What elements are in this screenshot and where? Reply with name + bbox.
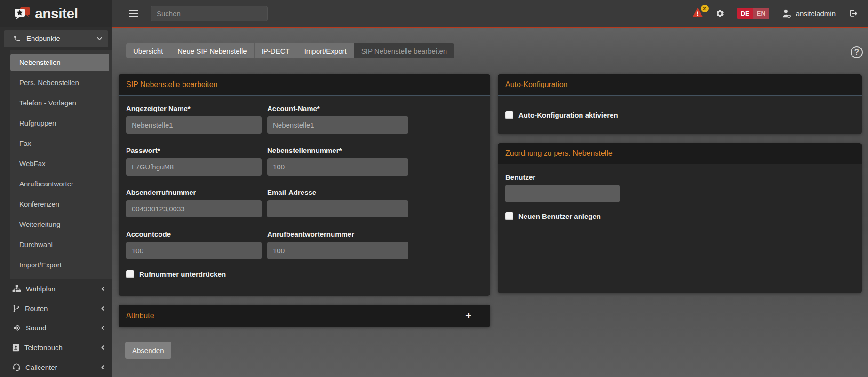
field-passwort: Passwort*: [126, 146, 262, 176]
sidebar-item-label: Telefonbuch: [24, 344, 100, 352]
checkbox-label: Neuen Benutzer anlegen: [518, 212, 601, 220]
topbar: 2 DE EN ansiteladmin: [112, 0, 868, 27]
panel-title: SIP Nebenstelle bearbeiten: [126, 80, 218, 89]
help-icon[interactable]: ?: [851, 46, 863, 58]
tab-label: Übersicht: [133, 47, 163, 55]
submit-button[interactable]: Absenden: [125, 342, 171, 359]
sidebar-submenu: Nebenstellen Pers. Nebenstellen Telefon …: [10, 50, 112, 279]
sidebar-item-telefon-vorlagen[interactable]: Telefon - Vorlagen: [10, 94, 109, 112]
chevron-left-icon: [100, 305, 105, 312]
account-name-input[interactable]: [267, 116, 408, 134]
anrufbeantworternummer-input[interactable]: [267, 242, 408, 259]
field-label: Anrufbeantworternummer: [267, 230, 408, 238]
sidebar-item-label: Callcenter: [25, 363, 100, 371]
panel-title: Auto-Konfiguration: [505, 80, 568, 89]
chevron-down-icon: [96, 35, 103, 41]
sip-edit-form: Angezeigter Name* Account-Name* Passwort…: [119, 96, 490, 272]
language-switch: DE EN: [737, 8, 769, 19]
field-label: Angezeigter Name*: [126, 104, 262, 112]
rufnummer-unterdruecken-checkbox[interactable]: [126, 270, 134, 278]
sidebar-section-endpunkte[interactable]: Endpunkte: [4, 30, 108, 47]
language-en-button[interactable]: EN: [753, 8, 769, 19]
sidebar-item-label: WebFax: [19, 160, 46, 168]
settings-gear-icon[interactable]: [716, 9, 725, 18]
sidebar-item-routen[interactable]: Routen: [0, 298, 112, 318]
sidebar-item-waehlplan[interactable]: Wählplan: [0, 279, 112, 299]
sidebar-item-import-export[interactable]: Import/Export: [10, 256, 109, 273]
accountcode-input[interactable]: [126, 242, 262, 259]
sidebar-item-telefonbuch[interactable]: Telefonbuch: [0, 338, 112, 358]
sidebar-item-webfax[interactable]: WebFax: [10, 155, 109, 172]
help-glyph: ?: [854, 48, 859, 57]
logo[interactable]: ansitel: [0, 0, 112, 27]
sidebar-item-label: Wählplan: [26, 285, 100, 293]
tab-sip-nebenstelle-bearbeiten[interactable]: SIP Nebenstelle bearbeiten: [354, 43, 454, 58]
add-attribute-icon[interactable]: +: [465, 311, 471, 321]
sidebar-item-anrufbeantworter[interactable]: Anrufbeantworter: [10, 175, 109, 193]
attribute-panel-header[interactable]: Attribute +: [119, 305, 490, 327]
sidebar-item-pers-nebenstellen[interactable]: Pers. Nebenstellen: [10, 74, 109, 91]
alerts-button[interactable]: 2: [693, 8, 703, 19]
sidebar-item-label: Fax: [19, 139, 31, 147]
checkbox-label: Rufnummer unterdrücken: [139, 270, 226, 278]
field-absenderrufnummer: Absenderrufnummer: [126, 188, 262, 217]
main-area: 2 DE EN ansiteladmin: [112, 0, 868, 377]
sidebar-item-rufgruppen[interactable]: Rufgruppen: [10, 114, 109, 132]
sidebar-item-sound[interactable]: Sound: [0, 318, 112, 338]
field-accountcode: Accountcode: [126, 230, 262, 259]
sidebar-item-label: Konferenzen: [19, 200, 59, 208]
left-column: SIP Nebenstelle bearbeiten Angezeigter N…: [119, 74, 490, 359]
sip-edit-panel-header: SIP Nebenstelle bearbeiten: [119, 74, 490, 96]
passwort-input[interactable]: [126, 158, 262, 176]
benutzer-input[interactable]: [505, 185, 620, 202]
menu-toggle-icon[interactable]: [129, 8, 138, 18]
zuordnung-body: Benutzer Neuen Benutzer anlegen: [498, 164, 862, 293]
field-label: Email-Adresse: [267, 188, 408, 196]
auto-konfiguration-checkbox-row: Auto-Konfiguration aktivieren: [498, 111, 626, 119]
sidebar-item-label: Sound: [26, 324, 100, 332]
sidebar-section-label: Endpunkte: [26, 34, 96, 42]
tab-ip-dect[interactable]: IP-DECT: [254, 43, 297, 58]
neuen-benutzer-checkbox-row: Neuen Benutzer anlegen: [505, 212, 854, 220]
sidebar-item-label: Rufgruppen: [19, 119, 56, 127]
username-label: ansiteladmin: [796, 9, 836, 17]
field-label: Account-Name*: [267, 104, 408, 112]
user-menu[interactable]: ansiteladmin: [782, 9, 836, 18]
route-branch-icon: [12, 305, 20, 313]
address-book-icon: [12, 344, 20, 352]
search-input[interactable]: [151, 6, 268, 21]
auto-konfiguration-checkbox[interactable]: [505, 111, 513, 119]
angezeigter-name-input[interactable]: [126, 116, 262, 134]
ansitel-logo-icon: [14, 7, 31, 21]
field-label: Passwort*: [126, 146, 262, 154]
tab-import-export[interactable]: Import/Export: [297, 43, 354, 58]
field-nebenstellennummer: Nebenstellennummer*: [267, 146, 408, 176]
field-label: Accountcode: [126, 230, 262, 238]
sidebar-item-callcenter[interactable]: Callcenter: [0, 357, 112, 377]
field-email-adresse: Email-Adresse: [267, 188, 408, 217]
tab-label: IP-DECT: [262, 47, 290, 55]
sidebar-item-fax[interactable]: Fax: [10, 135, 109, 152]
tab-uebersicht[interactable]: Übersicht: [126, 43, 170, 58]
sidebar-item-label: Nebenstellen: [19, 58, 61, 66]
nebenstellennummer-input[interactable]: [267, 158, 408, 176]
sidebar-item-label: Weiterleitung: [19, 220, 60, 228]
sidebar-item-durchwahl[interactable]: Durchwahl: [10, 236, 109, 253]
language-de-button[interactable]: DE: [737, 8, 753, 19]
sidebar-item-label: Routen: [25, 305, 100, 313]
sidebar-item-weiterleitung[interactable]: Weiterleitung: [10, 216, 109, 233]
sidebar-item-label: Import/Export: [19, 261, 62, 269]
tab-label: Neue SIP Nebenstelle: [177, 47, 247, 55]
tab-neue-sip-nebenstelle[interactable]: Neue SIP Nebenstelle: [170, 43, 254, 58]
right-column: Auto-Konfiguration Auto-Konfiguration ak…: [498, 74, 862, 293]
panel-title: Zuordnung zu pers. Nebenstelle: [505, 149, 613, 158]
logout-icon[interactable]: [848, 9, 858, 18]
checkbox-label: Auto-Konfiguration aktivieren: [518, 111, 618, 119]
sidebar-item-label: Pers. Nebenstellen: [19, 79, 79, 87]
neuen-benutzer-checkbox[interactable]: [505, 212, 513, 220]
tab-label: SIP Nebenstelle bearbeiten: [361, 47, 447, 55]
absenderrufnummer-input[interactable]: [126, 200, 262, 217]
sidebar-item-konferenzen[interactable]: Konferenzen: [10, 195, 109, 213]
sidebar-item-nebenstellen[interactable]: Nebenstellen: [10, 54, 109, 71]
email-adresse-input[interactable]: [267, 200, 408, 217]
